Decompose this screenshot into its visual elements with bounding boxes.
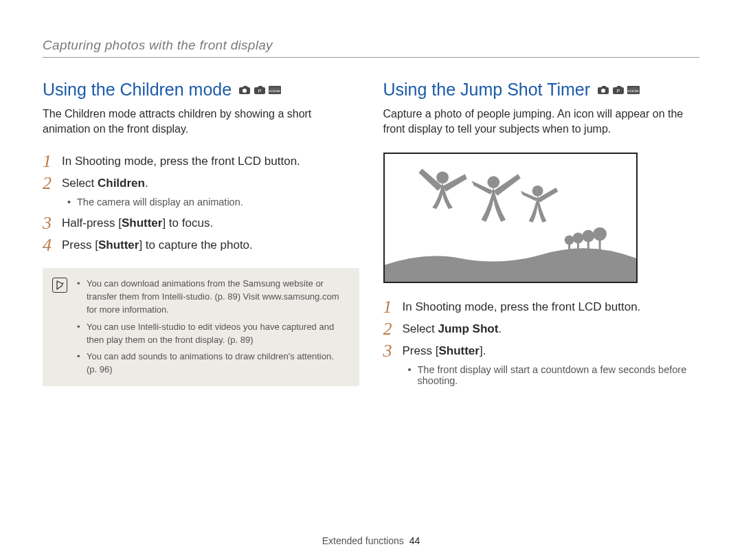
svg-point-22 <box>593 227 607 241</box>
jump-shot-illustration <box>383 153 638 283</box>
step-text: Select Jump Shot. <box>403 320 502 336</box>
svg-rect-19 <box>587 240 589 257</box>
svg-text:SCENE: SCENE <box>628 89 640 93</box>
svg-text:P: P <box>617 89 620 93</box>
right-step-2: 2 Select Jump Shot. <box>383 320 700 338</box>
manual-page: Capturing photos with the front display … <box>0 0 742 560</box>
step-number: 2 <box>383 320 403 338</box>
footer-page-number: 44 <box>409 535 420 546</box>
jump-shot-title: Using the Jump Shot Timer <box>383 80 591 100</box>
right-step-3: 3 Press [Shutter]. <box>383 342 700 360</box>
left-step-1: 1 In Shooting mode, press the front LCD … <box>43 153 359 170</box>
svg-point-18 <box>572 233 583 244</box>
step-number: 2 <box>43 175 62 192</box>
svg-text:SCENE: SCENE <box>269 89 281 93</box>
svg-text:P: P <box>258 89 262 93</box>
step-text: In Shooting mode, press the front LCD bu… <box>62 153 300 168</box>
step-text: Half-press [Shutter] to focus. <box>62 214 213 230</box>
right-step-3-bullet: •The front display will start a countdow… <box>408 364 700 386</box>
step-text: Select Children. <box>62 175 148 190</box>
svg-line-7 <box>62 283 64 284</box>
note-item: •You can use Intelli-studio to edit vide… <box>77 321 347 347</box>
note-box: •You can download animations from the Sa… <box>43 268 359 386</box>
svg-point-20 <box>582 230 594 243</box>
step-number: 3 <box>383 342 403 360</box>
svg-point-1 <box>243 89 247 93</box>
left-step-2-bullet: •The camera will display an animation. <box>67 197 359 208</box>
svg-point-16 <box>564 236 574 245</box>
svg-rect-17 <box>576 241 578 257</box>
left-column: Using the Children mode P SCENE The Chil… <box>43 80 359 393</box>
left-step-2: 2 Select Children. <box>43 175 359 192</box>
step-number: 1 <box>43 153 62 170</box>
svg-point-23 <box>436 172 449 184</box>
jump-shot-intro: Capture a photo of people jumping. An ic… <box>383 107 700 136</box>
step-text: Press [Shutter]. <box>403 342 486 358</box>
program-icon: P <box>612 85 625 95</box>
right-column: Using the Jump Shot Timer P SCENE Captur… <box>383 80 700 393</box>
footer-label: Extended functions <box>322 535 404 546</box>
scene-icon: SCENE <box>269 85 281 95</box>
left-step-4: 4 Press [Shutter] to capture the photo. <box>43 236 359 254</box>
svg-rect-15 <box>568 243 570 258</box>
children-mode-intro: The Children mode attracts children by s… <box>43 107 359 136</box>
step-text: In Shooting mode, press the front LCD bu… <box>403 298 641 314</box>
note-icon <box>52 278 67 293</box>
step-number: 1 <box>383 298 403 316</box>
note-item: •You can download animations from the Sa… <box>77 278 347 317</box>
svg-point-9 <box>601 89 605 93</box>
page-footer: Extended functions 44 <box>0 535 742 546</box>
note-item: •You can add sounds to animations to dra… <box>77 350 347 377</box>
right-step-1: 1 In Shooting mode, press the front LCD … <box>383 298 700 316</box>
two-column-layout: Using the Children mode P SCENE The Chil… <box>43 80 699 393</box>
smart-auto-icon <box>597 85 609 95</box>
jump-shot-heading: Using the Jump Shot Timer P SCENE <box>383 80 700 100</box>
left-step-3: 3 Half-press [Shutter] to focus. <box>43 214 359 232</box>
svg-rect-21 <box>598 239 600 258</box>
svg-point-25 <box>532 186 543 197</box>
program-icon: P <box>254 85 266 95</box>
children-mode-title: Using the Children mode <box>43 80 232 100</box>
step-number: 4 <box>43 236 62 254</box>
smart-auto-icon <box>238 85 251 95</box>
scene-icon: SCENE <box>627 85 640 95</box>
mode-icons-group: P SCENE <box>597 85 640 95</box>
mode-icons-group: P SCENE <box>238 85 281 95</box>
step-text: Press [Shutter] to capture the photo. <box>62 236 253 252</box>
step-number: 3 <box>43 214 62 232</box>
breadcrumb: Capturing photos with the front display <box>43 38 699 58</box>
svg-point-24 <box>487 176 499 188</box>
children-mode-heading: Using the Children mode P SCENE <box>43 80 359 100</box>
